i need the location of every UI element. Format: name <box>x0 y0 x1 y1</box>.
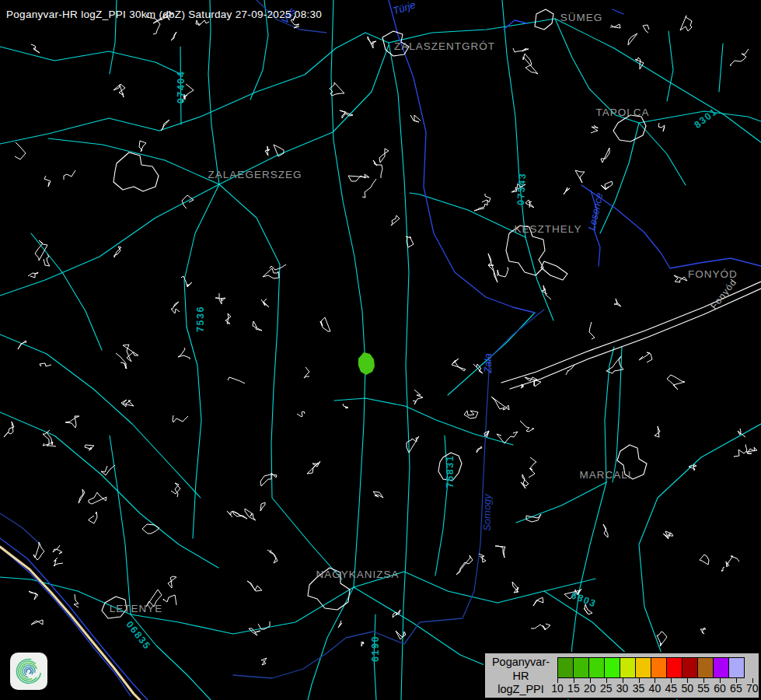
road-line <box>525 237 553 320</box>
village-outline <box>163 595 176 605</box>
village-outline <box>589 322 595 339</box>
village-outline <box>484 431 489 437</box>
legend-swatch-65 <box>728 657 745 678</box>
village-outline <box>121 400 134 407</box>
village-outline <box>261 299 269 307</box>
road-line <box>31 233 102 350</box>
village-outline <box>182 195 194 208</box>
legend-swatch-30 <box>620 657 636 678</box>
legend-tick-label: 10 <box>551 682 564 695</box>
village-outline <box>601 148 609 163</box>
road-line <box>110 436 131 614</box>
road-line <box>374 614 376 700</box>
village-outline <box>263 268 279 278</box>
village-outline <box>247 581 262 591</box>
village-outline <box>215 293 225 304</box>
village-outline <box>146 590 162 607</box>
village-outline <box>338 621 342 628</box>
town-outline <box>613 115 646 142</box>
village-outline <box>479 554 486 562</box>
village-outline <box>116 353 127 369</box>
radar-map <box>0 0 761 700</box>
village-outline <box>123 345 138 362</box>
village-outline <box>171 483 180 497</box>
county-boundary-line <box>233 310 544 678</box>
village-outline <box>320 317 330 331</box>
village-outline <box>584 604 592 614</box>
village-outline <box>456 555 473 575</box>
village-outline <box>474 200 487 211</box>
legend-swatch-60 <box>713 657 729 678</box>
dbz-legend: Poganyvar-HR logZ_PPI dbZ 10152025303540… <box>483 652 760 699</box>
village-outline <box>452 359 466 371</box>
village-outline <box>348 174 369 181</box>
village-outline <box>379 149 389 163</box>
village-outline <box>410 115 421 122</box>
road-line <box>180 47 181 124</box>
village-outline <box>168 576 176 588</box>
road-line <box>544 591 631 658</box>
village-outline <box>114 247 121 257</box>
legend-tick-label: 40 <box>649 682 662 695</box>
village-outline <box>564 187 570 194</box>
village-outline <box>171 302 180 313</box>
village-outline <box>373 492 383 498</box>
village-outline <box>373 160 382 178</box>
village-outline <box>44 254 50 266</box>
village-outline <box>610 24 620 28</box>
village-outline <box>142 524 159 534</box>
road-line <box>389 43 410 700</box>
road-line <box>219 184 342 579</box>
village-outline <box>196 20 209 26</box>
village-outline <box>304 367 309 378</box>
town-outline <box>438 453 462 481</box>
village-outline <box>79 489 85 503</box>
legend-swatches <box>557 657 745 678</box>
village-outline <box>343 404 348 408</box>
legend-tick-label: 15 <box>567 682 580 695</box>
radar-echo <box>358 352 375 375</box>
village-outline <box>658 123 665 131</box>
legend-tick-label: 50 <box>681 682 693 695</box>
village-outline <box>603 524 608 537</box>
village-outline <box>523 54 538 74</box>
village-outline <box>488 254 497 282</box>
legend-tick-label: 20 <box>584 682 596 695</box>
road-line <box>0 184 219 296</box>
legend-swatch-40 <box>651 657 667 678</box>
village-outline <box>591 125 598 133</box>
village-outline <box>639 352 652 362</box>
village-outline <box>413 390 423 404</box>
village-outline <box>520 421 534 432</box>
legend-title: Poganyvar-HR logZ_PPI dbZ <box>487 656 555 700</box>
legend-swatch-50 <box>682 657 698 678</box>
legend-station: Poganyvar-HR <box>487 656 555 683</box>
village-outline <box>173 415 188 422</box>
road-line <box>410 193 525 237</box>
village-outline <box>31 620 43 625</box>
road-line <box>613 347 622 482</box>
village-outline <box>74 594 79 607</box>
county-boundary-line <box>0 513 40 544</box>
road-line <box>208 0 219 184</box>
village-outline <box>680 16 692 31</box>
village-outline <box>228 377 245 383</box>
legend-tick-label: 70 <box>746 682 759 695</box>
shore-road-line <box>510 289 761 389</box>
legend-tick-label: 35 <box>633 682 645 695</box>
legend-swatch-55 <box>697 657 714 678</box>
road-line <box>502 0 525 237</box>
road-line <box>131 587 354 634</box>
village-outline <box>35 240 47 261</box>
village-outline <box>495 546 505 558</box>
village-outline <box>726 556 739 567</box>
legend-swatch-20 <box>588 657 605 678</box>
village-outline <box>113 84 125 97</box>
road-line <box>131 614 211 700</box>
village-outline <box>253 321 262 331</box>
village-outline <box>40 363 51 366</box>
road-line <box>331 0 365 587</box>
village-outline <box>28 272 38 278</box>
village-outline <box>307 461 320 474</box>
road-line <box>308 587 354 700</box>
